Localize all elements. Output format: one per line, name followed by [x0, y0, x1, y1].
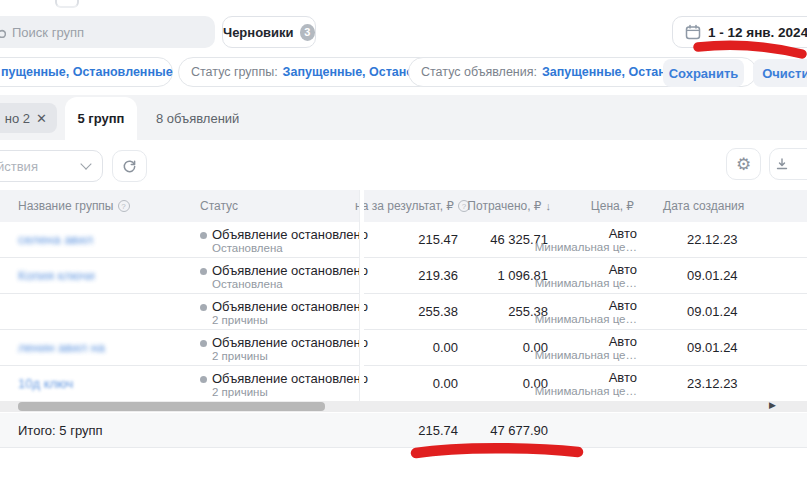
- cost-per-result-cell: 219.36: [418, 268, 458, 283]
- status-sub: 2 причины: [212, 314, 268, 326]
- price-cell: Авто: [609, 370, 637, 385]
- calendar-icon: [685, 24, 701, 40]
- chevron-down-icon: [80, 158, 91, 169]
- status-dot-icon: [200, 304, 207, 311]
- header-price-label: Цена, ₽: [591, 199, 634, 213]
- download-icon: [775, 157, 789, 171]
- header-created-label: Дата создания: [663, 199, 744, 213]
- totals-row: Итого: 5 групп 215.74 47 677.90: [0, 413, 807, 448]
- status-cell: Объявление остановлено: [200, 227, 368, 242]
- group-name-link-redacted[interactable]: 10д ключ: [18, 376, 73, 391]
- totals-cost-per-result: 215.74: [418, 423, 458, 438]
- price-cell: Авто: [609, 262, 637, 277]
- selection-chip[interactable]: но 2 ✕: [0, 103, 57, 133]
- save-button-label: Сохранить: [669, 66, 739, 81]
- table-row[interactable]: Объявление остановлено 2 причины 255.38 …: [0, 294, 807, 330]
- pinned-column-gap: [360, 190, 364, 402]
- created-cell: 09.01.24: [687, 304, 738, 319]
- gear-icon: ⚙: [736, 154, 751, 175]
- header-spent[interactable]: Потрачено, ₽ ↓: [467, 190, 551, 222]
- tab-ads[interactable]: 8 объявлений: [142, 97, 253, 140]
- price-sub-cell: Минимальная це…: [535, 349, 637, 361]
- actions-dropdown[interactable]: йствия: [0, 150, 103, 182]
- close-icon[interactable]: ✕: [36, 111, 47, 126]
- horizontal-scrollbar-thumb[interactable]: [18, 402, 325, 411]
- group-name-link-redacted[interactable]: Копия ключи: [18, 268, 95, 283]
- tab-ads-label: 8 объявлений: [156, 111, 239, 126]
- header-price[interactable]: Цена, ₽: [591, 190, 634, 222]
- status-dot-icon: [200, 340, 207, 347]
- status-cell: Объявление остановлено: [200, 371, 368, 386]
- group-search-field[interactable]: [0, 16, 215, 48]
- header-group-name[interactable]: Название группы ?: [18, 190, 130, 222]
- price-cell: Авто: [609, 298, 637, 313]
- filter-chip-campaign-status[interactable]: пущенные, Остановленные ✕: [0, 57, 173, 87]
- filter-chip-group-prefix: Статус группы:: [191, 65, 278, 79]
- export-button[interactable]: [769, 148, 807, 180]
- header-group-name-label: Название группы: [18, 199, 114, 213]
- status-sub: 2 причины: [212, 350, 268, 362]
- price-sub-cell: Минимальная це…: [535, 241, 637, 253]
- created-cell: 22.12.23: [687, 232, 738, 247]
- drafts-label: Черновики: [223, 25, 294, 40]
- refresh-button[interactable]: [112, 150, 147, 182]
- date-range-picker[interactable]: 1 - 12 янв. 2024: [672, 16, 807, 48]
- drafts-count-badge: 3: [300, 24, 315, 41]
- price-sub-cell: Минимальная це…: [535, 313, 637, 325]
- tab-groups-label: 5 групп: [78, 111, 125, 126]
- cropped-element-fragment: [55, 0, 79, 8]
- table-settings-button[interactable]: ⚙: [726, 148, 761, 180]
- price-cell: Авто: [609, 226, 637, 241]
- refresh-icon: [122, 159, 137, 174]
- save-filters-button[interactable]: Сохранить: [663, 59, 744, 87]
- status-cell: Объявление остановлено: [200, 263, 368, 278]
- clear-button-label: Очистить: [762, 66, 807, 81]
- status-cell: Объявление остановлено: [200, 299, 368, 314]
- table-row[interactable]: Копия ключи Объявление остановлено Остан…: [0, 258, 807, 294]
- drafts-button[interactable]: Черновики 3: [222, 16, 316, 48]
- table-row[interactable]: 10д ключ Объявление остановлено 2 причин…: [0, 366, 807, 402]
- selection-chip-label: но 2: [5, 111, 30, 126]
- created-cell: 09.01.24: [687, 340, 738, 355]
- header-created[interactable]: Дата создания: [663, 190, 744, 222]
- header-status[interactable]: Статус: [200, 190, 238, 222]
- created-cell: 23.12.23: [687, 376, 738, 391]
- status-dot-icon: [200, 232, 207, 239]
- search-input[interactable]: [10, 24, 194, 41]
- filter-chip-ad-prefix: Статус объявления:: [421, 65, 537, 79]
- created-cell: 09.01.24: [687, 268, 738, 283]
- scroll-right-icon[interactable]: ▶: [769, 400, 776, 410]
- status-dot-icon: [200, 376, 207, 383]
- table-row[interactable]: селена авил Объявление остановлено Остан…: [0, 222, 807, 258]
- totals-spent: 47 677.90: [490, 423, 548, 438]
- price-sub-cell: Минимальная це…: [535, 385, 637, 397]
- sort-desc-icon: ↓: [546, 200, 552, 212]
- header-cost-per-result[interactable]: на за результат, ₽ ?: [355, 190, 470, 222]
- group-name-link-redacted[interactable]: ленин авил на: [18, 340, 105, 355]
- cost-per-result-cell: 255.38: [418, 304, 458, 319]
- price-cell: Авто: [609, 334, 637, 349]
- ads-manager-page: Черновики 3 1 - 12 янв. 2024 пущенные, О…: [0, 0, 807, 487]
- date-range-label: 1 - 12 янв. 2024: [708, 25, 807, 40]
- status-cell: Объявление остановлено: [200, 335, 368, 350]
- status-sub: Остановлена: [212, 278, 283, 290]
- cost-per-result-cell: 0.00: [433, 376, 458, 391]
- help-icon[interactable]: ?: [118, 200, 130, 212]
- status-sub: 2 причины: [212, 386, 268, 398]
- search-icon: [0, 26, 6, 38]
- group-name-link-redacted[interactable]: селена авил: [18, 232, 93, 247]
- header-cost-per-result-label: на за результат, ₽: [355, 199, 454, 213]
- header-status-label: Статус: [200, 199, 238, 213]
- cost-per-result-cell: 215.47: [418, 232, 458, 247]
- actions-dropdown-label: йствия: [0, 159, 38, 174]
- table-header-row: Название группы ? Статус на за результат…: [0, 190, 807, 222]
- filter-chip-campaign-value: пущенные, Остановленные: [1, 65, 173, 79]
- status-dot-icon: [200, 268, 207, 275]
- table-row[interactable]: ленин авил на Объявление остановлено 2 п…: [0, 330, 807, 366]
- tab-groups[interactable]: 5 групп: [65, 97, 137, 140]
- header-spent-label: Потрачено, ₽: [467, 199, 541, 213]
- price-sub-cell: Минимальная це…: [535, 277, 637, 289]
- clear-filters-button[interactable]: Очистить: [753, 59, 807, 87]
- status-sub: Остановлена: [212, 242, 283, 254]
- cost-per-result-cell: 0.00: [433, 340, 458, 355]
